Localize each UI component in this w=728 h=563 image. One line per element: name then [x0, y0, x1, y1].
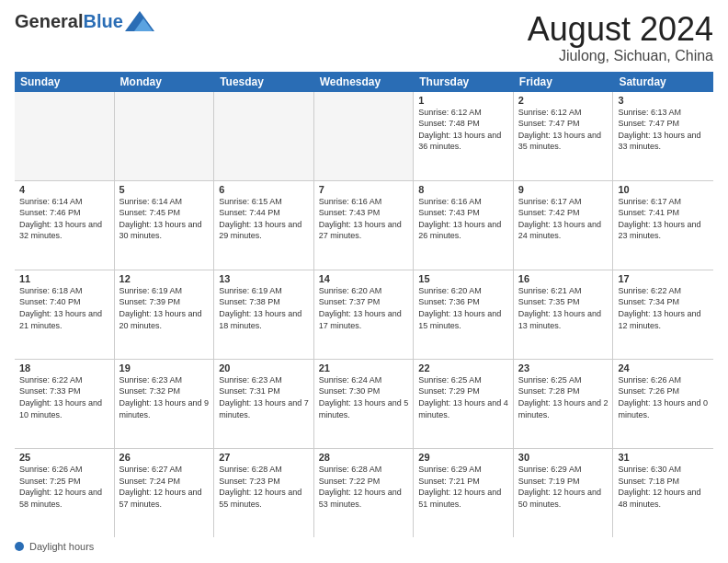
day-info: Sunrise: 6:18 AMSunset: 7:40 PMDaylight:… — [19, 285, 109, 331]
day-info: Sunrise: 6:23 AMSunset: 7:32 PMDaylight:… — [119, 374, 210, 420]
day-info: Sunrise: 6:22 AMSunset: 7:33 PMDaylight:… — [19, 374, 109, 420]
cal-cell-day-11: 11Sunrise: 6:18 AMSunset: 7:40 PMDayligh… — [15, 270, 115, 359]
day-number: 3 — [618, 95, 709, 106]
cal-header-tuesday: Tuesday — [214, 72, 314, 92]
cal-cell-day-empty-3 — [314, 92, 415, 180]
day-number: 26 — [119, 452, 210, 463]
cal-header-thursday: Thursday — [414, 72, 514, 92]
cal-cell-day-empty-2 — [214, 92, 314, 180]
cal-week-1: 1Sunrise: 6:12 AMSunset: 7:48 PMDaylight… — [15, 92, 713, 181]
cal-header-friday: Friday — [514, 72, 614, 92]
day-number: 20 — [219, 362, 309, 373]
header: GeneralBlue August 2024 Jiulong, Sichuan… — [15, 11, 713, 64]
day-number: 15 — [418, 273, 508, 284]
day-number: 6 — [219, 184, 309, 195]
day-info: Sunrise: 6:29 AMSunset: 7:19 PMDaylight:… — [518, 464, 609, 510]
cal-week-4: 18Sunrise: 6:22 AMSunset: 7:33 PMDayligh… — [15, 360, 713, 449]
day-info: Sunrise: 6:22 AMSunset: 7:34 PMDaylight:… — [618, 285, 709, 331]
day-info: Sunrise: 6:17 AMSunset: 7:42 PMDaylight:… — [518, 196, 609, 242]
day-number: 21 — [319, 362, 409, 373]
day-info: Sunrise: 6:16 AMSunset: 7:43 PMDaylight:… — [319, 196, 409, 242]
logo-general: General — [15, 11, 83, 31]
day-info: Sunrise: 6:26 AMSunset: 7:26 PMDaylight:… — [618, 374, 709, 420]
day-info: Sunrise: 6:12 AMSunset: 7:47 PMDaylight:… — [518, 107, 609, 153]
day-info: Sunrise: 6:20 AMSunset: 7:37 PMDaylight:… — [319, 285, 409, 331]
day-info: Sunrise: 6:28 AMSunset: 7:23 PMDaylight:… — [219, 464, 309, 510]
cal-cell-day-23: 23Sunrise: 6:25 AMSunset: 7:28 PMDayligh… — [514, 360, 614, 448]
day-info: Sunrise: 6:23 AMSunset: 7:31 PMDaylight:… — [219, 374, 309, 420]
day-number: 29 — [418, 452, 508, 463]
cal-cell-day-31: 31Sunrise: 6:30 AMSunset: 7:18 PMDayligh… — [613, 449, 713, 537]
day-info: Sunrise: 6:29 AMSunset: 7:21 PMDaylight:… — [418, 464, 508, 510]
day-number: 31 — [618, 452, 709, 463]
cal-cell-day-12: 12Sunrise: 6:19 AMSunset: 7:39 PMDayligh… — [115, 270, 215, 359]
footer-label: Daylight hours — [29, 541, 94, 552]
cal-cell-day-29: 29Sunrise: 6:29 AMSunset: 7:21 PMDayligh… — [414, 449, 514, 537]
cal-cell-day-9: 9Sunrise: 6:17 AMSunset: 7:42 PMDaylight… — [514, 181, 614, 270]
cal-cell-day-30: 30Sunrise: 6:29 AMSunset: 7:19 PMDayligh… — [514, 449, 614, 537]
footer: Daylight hours — [15, 541, 713, 552]
cal-cell-day-19: 19Sunrise: 6:23 AMSunset: 7:32 PMDayligh… — [115, 360, 215, 448]
day-info: Sunrise: 6:20 AMSunset: 7:36 PMDaylight:… — [418, 285, 508, 331]
calendar-header: SundayMondayTuesdayWednesdayThursdayFrid… — [15, 72, 713, 92]
day-number: 14 — [319, 273, 409, 284]
day-number: 10 — [618, 184, 709, 195]
cal-cell-day-24: 24Sunrise: 6:26 AMSunset: 7:26 PMDayligh… — [613, 360, 713, 448]
day-info: Sunrise: 6:12 AMSunset: 7:48 PMDaylight:… — [418, 107, 508, 153]
cal-cell-day-16: 16Sunrise: 6:21 AMSunset: 7:35 PMDayligh… — [514, 270, 614, 359]
cal-header-saturday: Saturday — [613, 72, 713, 92]
cal-week-3: 11Sunrise: 6:18 AMSunset: 7:40 PMDayligh… — [15, 270, 713, 360]
day-info: Sunrise: 6:17 AMSunset: 7:41 PMDaylight:… — [618, 196, 709, 242]
cal-header-wednesday: Wednesday — [314, 72, 415, 92]
day-number: 17 — [618, 273, 709, 284]
day-info: Sunrise: 6:13 AMSunset: 7:47 PMDaylight:… — [618, 107, 709, 153]
cal-week-5: 25Sunrise: 6:26 AMSunset: 7:25 PMDayligh… — [15, 449, 713, 537]
cal-cell-day-10: 10Sunrise: 6:17 AMSunset: 7:41 PMDayligh… — [613, 181, 713, 270]
page: GeneralBlue August 2024 Jiulong, Sichuan… — [0, 0, 728, 563]
cal-cell-day-empty-1 — [115, 92, 215, 180]
logo-icon — [125, 11, 154, 31]
cal-cell-day-28: 28Sunrise: 6:28 AMSunset: 7:22 PMDayligh… — [314, 449, 415, 537]
day-info: Sunrise: 6:14 AMSunset: 7:46 PMDaylight:… — [19, 196, 109, 242]
day-number: 24 — [618, 362, 709, 373]
day-info: Sunrise: 6:19 AMSunset: 7:39 PMDaylight:… — [119, 285, 210, 331]
day-number: 7 — [319, 184, 409, 195]
day-number: 27 — [219, 452, 309, 463]
day-number: 13 — [219, 273, 309, 284]
day-number: 22 — [418, 362, 508, 373]
day-info: Sunrise: 6:15 AMSunset: 7:44 PMDaylight:… — [219, 196, 309, 242]
day-number: 19 — [119, 362, 210, 373]
cal-cell-day-27: 27Sunrise: 6:28 AMSunset: 7:23 PMDayligh… — [214, 449, 314, 537]
day-number: 16 — [518, 273, 609, 284]
logo-blue: Blue — [83, 11, 122, 31]
day-info: Sunrise: 6:25 AMSunset: 7:29 PMDaylight:… — [418, 374, 508, 420]
day-info: Sunrise: 6:19 AMSunset: 7:38 PMDaylight:… — [219, 285, 309, 331]
cal-cell-day-8: 8Sunrise: 6:16 AMSunset: 7:43 PMDaylight… — [414, 181, 514, 270]
day-info: Sunrise: 6:16 AMSunset: 7:43 PMDaylight:… — [418, 196, 508, 242]
cal-cell-day-20: 20Sunrise: 6:23 AMSunset: 7:31 PMDayligh… — [214, 360, 314, 448]
month-year-title: August 2024 — [528, 11, 713, 48]
cal-cell-day-4: 4Sunrise: 6:14 AMSunset: 7:46 PMDaylight… — [15, 181, 115, 270]
day-number: 1 — [418, 95, 508, 106]
cal-cell-day-6: 6Sunrise: 6:15 AMSunset: 7:44 PMDaylight… — [214, 181, 314, 270]
logo: GeneralBlue — [15, 11, 154, 31]
cal-cell-day-18: 18Sunrise: 6:22 AMSunset: 7:33 PMDayligh… — [15, 360, 115, 448]
cal-cell-day-22: 22Sunrise: 6:25 AMSunset: 7:29 PMDayligh… — [414, 360, 514, 448]
day-number: 18 — [19, 362, 109, 373]
day-info: Sunrise: 6:25 AMSunset: 7:28 PMDaylight:… — [518, 374, 609, 420]
day-number: 11 — [19, 273, 109, 284]
day-info: Sunrise: 6:14 AMSunset: 7:45 PMDaylight:… — [119, 196, 210, 242]
cal-cell-day-empty-0 — [15, 92, 115, 180]
location-subtitle: Jiulong, Sichuan, China — [528, 48, 713, 64]
day-number: 8 — [418, 184, 508, 195]
cal-cell-day-1: 1Sunrise: 6:12 AMSunset: 7:48 PMDaylight… — [414, 92, 514, 180]
footer-dot-icon — [15, 542, 24, 551]
cal-cell-day-15: 15Sunrise: 6:20 AMSunset: 7:36 PMDayligh… — [414, 270, 514, 359]
day-info: Sunrise: 6:24 AMSunset: 7:30 PMDaylight:… — [319, 374, 409, 420]
calendar-body: 1Sunrise: 6:12 AMSunset: 7:48 PMDaylight… — [15, 92, 713, 537]
day-info: Sunrise: 6:27 AMSunset: 7:24 PMDaylight:… — [119, 464, 210, 510]
cal-cell-day-25: 25Sunrise: 6:26 AMSunset: 7:25 PMDayligh… — [15, 449, 115, 537]
cal-cell-day-17: 17Sunrise: 6:22 AMSunset: 7:34 PMDayligh… — [613, 270, 713, 359]
cal-cell-day-14: 14Sunrise: 6:20 AMSunset: 7:37 PMDayligh… — [314, 270, 415, 359]
day-number: 9 — [518, 184, 609, 195]
